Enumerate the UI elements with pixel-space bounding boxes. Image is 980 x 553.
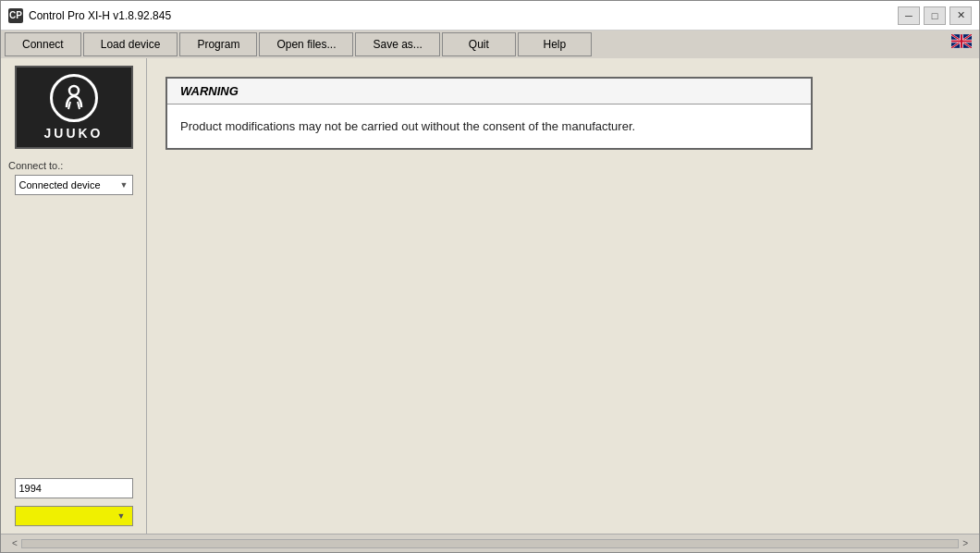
connect-to-label: Connect to.:: [8, 160, 63, 171]
warning-message: Product modifications may not be carried…: [180, 119, 798, 133]
warning-header: WARNING: [167, 79, 811, 104]
program-button[interactable]: Program: [179, 32, 257, 56]
save-as-button[interactable]: Save as...: [355, 32, 439, 56]
connect-button[interactable]: Connect: [5, 32, 81, 56]
svg-point-1: [69, 86, 79, 95]
year-input[interactable]: [15, 478, 133, 498]
quit-button[interactable]: Quit: [442, 32, 516, 56]
logo-circle: [50, 74, 98, 122]
help-button[interactable]: Help: [518, 32, 592, 56]
load-device-button[interactable]: Load device: [83, 32, 178, 56]
connected-device-text: Connected device: [19, 179, 101, 190]
connect-dropdown[interactable]: Connected device ▼: [15, 175, 133, 195]
dropdown-arrow: ▼: [120, 180, 129, 190]
main-panel: WARNING Product modifications may not be…: [147, 58, 979, 534]
warning-box: WARNING Product modifications may not be…: [165, 77, 813, 150]
title-text: Control Pro XI-H v1.8.92.845: [29, 9, 898, 22]
language-flag[interactable]: [951, 34, 972, 49]
title-bar: CP Control Pro XI-H v1.8.92.845 ─ □ ✕: [1, 1, 979, 31]
warning-body: Product modifications may not be carried…: [167, 104, 811, 148]
app-icon: CP: [8, 8, 23, 23]
maximize-button[interactable]: □: [924, 6, 946, 25]
scroll-right[interactable]: >: [959, 538, 972, 548]
window-controls: ─ □ ✕: [898, 6, 972, 25]
main-window: CP Control Pro XI-H v1.8.92.845 ─ □ ✕ Co…: [0, 0, 980, 553]
scroll-left[interactable]: <: [8, 538, 21, 548]
yellow-dropdown-arrow: ▼: [117, 511, 129, 521]
logo-icon: [57, 81, 91, 115]
yellow-dropdown[interactable]: - - - - - - - - - ▼: [15, 506, 133, 526]
menu-bar: Connect Load device Program Open files..…: [1, 31, 979, 58]
content-area: JUUKO Connect to.: Connected device ▼ - …: [1, 58, 979, 534]
status-bar: < >: [1, 534, 979, 552]
logo-text: JUUKO: [43, 126, 103, 141]
logo-box: JUUKO: [15, 66, 133, 149]
scroll-track[interactable]: [21, 539, 959, 548]
sidebar: JUUKO Connect to.: Connected device ▼ - …: [1, 58, 147, 534]
yellow-dashes: - - - - - - - - -: [19, 505, 117, 527]
minimize-button[interactable]: ─: [898, 6, 920, 25]
close-button[interactable]: ✕: [949, 6, 972, 25]
warning-title: WARNING: [180, 84, 239, 98]
open-files-button[interactable]: Open files...: [259, 32, 353, 56]
